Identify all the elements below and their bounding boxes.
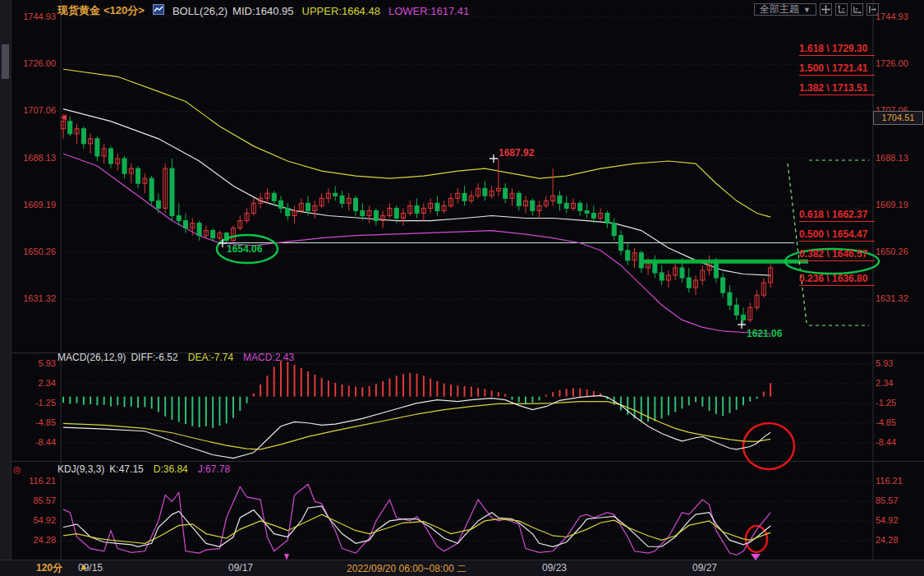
period-label: <120分> (103, 3, 145, 18)
candle-body (354, 198, 358, 210)
mid-value: MID:1640.95 (232, 5, 293, 17)
candle-body (483, 188, 487, 196)
candle-body (306, 203, 310, 210)
candle-body (653, 263, 657, 273)
candle-body (742, 315, 746, 320)
diff-line (63, 395, 770, 458)
candle-body (156, 200, 160, 208)
mini-chart-icon (153, 4, 164, 17)
candle-body (517, 193, 521, 205)
diff-value: DIFF:-6.52 (131, 352, 177, 363)
pan-right-icon (868, 5, 877, 14)
candle-body (531, 200, 535, 210)
candle-body (286, 208, 290, 215)
chart-header: 现货黄金 <120分> BOLL(26,2) MID:1640.95 UPPER… (57, 3, 469, 18)
candle-body (564, 203, 568, 208)
candle-body (374, 210, 378, 220)
candle-body (278, 200, 283, 208)
dea-line (63, 402, 770, 449)
candle-body (68, 122, 72, 134)
candle-body (95, 139, 99, 156)
candle-body (122, 159, 126, 173)
candle-body (605, 213, 609, 223)
candle-body (136, 168, 140, 183)
up-arrow-icon[interactable]: ▲ (79, 561, 88, 571)
boll-upper-line (63, 69, 770, 217)
period-badge[interactable]: 120分 (36, 561, 62, 575)
boll-mid-line (63, 109, 770, 276)
candle-body (177, 215, 181, 220)
candle-body (462, 193, 467, 200)
move-tool-icon (821, 5, 830, 14)
candle-body (728, 293, 732, 305)
pan-right-button[interactable] (867, 3, 879, 16)
symbol-title: 现货黄金 (57, 3, 100, 18)
candle-body (503, 188, 508, 198)
candle-body (687, 278, 691, 288)
candle-body (170, 168, 174, 215)
boll-lower-line (63, 154, 770, 334)
kdj-header: KDJ(9,3,3) K:47.15 D:36.84 J:67.78 (57, 463, 230, 475)
scale-vertical-button[interactable] (835, 3, 848, 16)
scale-horizontal-icon (853, 5, 862, 14)
chart-toolbar: 全部主题 ▼ (754, 3, 879, 16)
k-value: K:47.15 (109, 463, 143, 475)
candle-body (558, 196, 562, 203)
d-value: D:36.84 (154, 463, 188, 475)
theme-dropdown[interactable]: 全部主题 ▼ (754, 3, 816, 16)
candle-body (333, 193, 338, 196)
candle-body (626, 251, 630, 260)
candle-body (435, 203, 439, 210)
scale-vertical-icon (837, 5, 846, 14)
drawing-anchor-marker (751, 554, 761, 560)
trading-terminal-window: ◎ 1744.931744.931726.001726.001707.06170… (0, 0, 924, 576)
left-scrollbar-strip[interactable] (0, 0, 11, 560)
theme-dropdown-label: 全部主题 (760, 2, 799, 16)
annotation-ellipse (217, 235, 278, 263)
j-value: J:67.78 (198, 463, 230, 475)
move-tool-button[interactable] (820, 3, 832, 16)
candle-body (721, 278, 725, 293)
candle-body (680, 268, 684, 278)
candle-body (578, 203, 582, 210)
lower-value: LOWER:1617.41 (388, 5, 469, 17)
candle-body (585, 210, 589, 213)
candle-body (660, 273, 664, 280)
scale-horizontal-button[interactable] (851, 3, 863, 16)
candle-body (197, 223, 201, 236)
candle-body (340, 196, 344, 203)
scrollbar-thumb[interactable] (2, 44, 9, 79)
candle-body (415, 205, 419, 213)
candle-body (618, 236, 623, 251)
macd-value: MACD:2.43 (243, 352, 294, 363)
candle-body (591, 213, 595, 218)
upper-value: UPPER:1664.48 (302, 5, 380, 17)
macd-header: MACD(26,12,9) DIFF:-6.52 DEA:-7.74 MACD:… (57, 352, 294, 363)
dea-value: DEA:-7.74 (188, 352, 233, 363)
chart-canvas[interactable] (0, 0, 924, 576)
candle-body (149, 178, 154, 200)
candle-body (272, 193, 276, 200)
candle-body (184, 221, 188, 228)
candle-body (81, 129, 85, 144)
candle-body (394, 208, 398, 218)
candle-body (734, 305, 738, 315)
kdj-title: KDJ(9,3,3) (57, 463, 104, 475)
candle-body (108, 149, 113, 164)
indicator-settings-icon[interactable]: ◎ (13, 464, 21, 475)
drawing-anchor-marker (284, 554, 289, 560)
boll-label: BOLL(26,2) (172, 5, 228, 17)
macd-title: MACD(26,12,9) (57, 352, 126, 363)
chevron-down-icon: ▼ (803, 6, 811, 14)
candle-body (361, 210, 365, 215)
candle-body (211, 231, 215, 238)
candle-body (612, 223, 616, 236)
